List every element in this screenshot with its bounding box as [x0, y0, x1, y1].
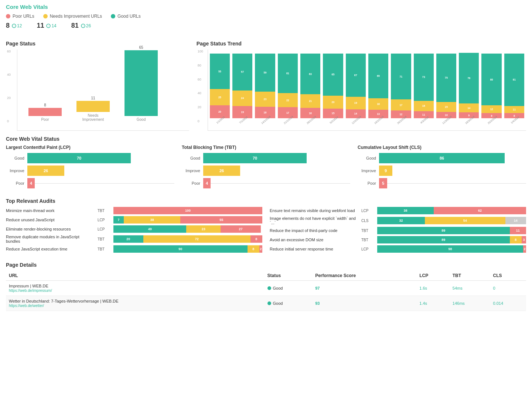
- audit-r3-seg2: 11: [510, 227, 526, 234]
- row2-url: Wetter in Deutschland: 7-Tages-Wettervor…: [6, 296, 265, 311]
- stat-needs-value: 11: [37, 22, 44, 30]
- stat-good: 81 ↑ 26: [71, 22, 91, 30]
- trend-bar-group: 811811/4/2024: [503, 54, 525, 122]
- audit-r4: Avoid an excessive DOM size TBT 89 8 3: [270, 236, 526, 243]
- audit-r1-metric: LCP: [361, 209, 374, 213]
- audit-3: Eliminate render-blocking resources LCP …: [6, 225, 262, 233]
- audit-5-seg2: 8: [248, 245, 259, 253]
- audit-r5-seg2: 2: [523, 245, 526, 253]
- cls-section: Cumulative Layout Shift (CLS) Good 86 Im…: [358, 145, 526, 191]
- row2-tbt: 146ms: [450, 296, 490, 311]
- row1-cls: 0: [490, 281, 526, 296]
- charts-section: Page Status 0204060 8 Poor 11 NeedsImpro…: [6, 35, 526, 131]
- vital-status-header: Core Web Vital Status: [6, 136, 526, 142]
- audit-5-seg1: 90: [113, 245, 248, 253]
- audit-3-seg2: 23: [186, 225, 221, 233]
- tbt-good-bar: 70: [203, 153, 307, 163]
- audit-3-seg3: 27: [221, 225, 261, 233]
- cls-good-label: Good: [358, 156, 376, 160]
- stat-poor: 8 ↑ 12: [6, 22, 22, 30]
- lcp-improve-label: Improve: [6, 168, 24, 173]
- lcp-poor-line: [35, 183, 174, 184]
- lcp-poor-label: Poor: [6, 181, 24, 185]
- table-header-row: URL Status Performance Score LCP TBT CLS: [6, 271, 526, 281]
- audit-3-track: 49 23 27: [113, 225, 262, 233]
- lcp-poor-row: Poor 4: [6, 178, 174, 188]
- tbt-poor-bar: 4: [203, 178, 211, 188]
- page-details-table: URL Status Performance Score LCP TBT CLS…: [6, 271, 526, 311]
- row2-lcp: 1.4s: [416, 296, 450, 311]
- audit-r5: Reduce initial server response time LCP …: [270, 245, 526, 253]
- tbt-improve-row: Improve 26: [182, 166, 350, 176]
- trend-bar-group: 2025551/1/2024: [209, 54, 231, 122]
- audit-5-name: Reduce JavaScript execution time: [6, 247, 95, 251]
- audit-4-track: 20 72 8: [113, 235, 262, 243]
- audit-r4-name: Avoid an excessive DOM size: [270, 238, 358, 242]
- col-url: URL: [6, 271, 265, 281]
- bar-poor: 8 Poor: [28, 103, 62, 122]
- audit-4-metric: TBT: [98, 237, 110, 241]
- row1-status-badge: Good: [267, 286, 310, 290]
- row1-status: Good: [265, 281, 313, 296]
- svg-text:↑: ↑: [13, 25, 15, 27]
- audit-r2-seg2: 54: [425, 217, 505, 224]
- audit-r4-seg1: 89: [377, 236, 510, 243]
- audit-r5-seg1: 98: [377, 245, 523, 253]
- trend-bar-group: 12177126/2/2024: [390, 54, 412, 122]
- trend-title: Page Status Trend: [197, 41, 526, 47]
- table-row: Impressum | WEB.DE https://web.de/impres…: [6, 281, 526, 296]
- cls-good-row: Good 86: [358, 153, 526, 163]
- tbt-improve-bar: 26: [203, 166, 240, 176]
- audit-2-metric: LCP: [98, 218, 110, 222]
- bar-good: 65 Good: [125, 45, 158, 122]
- tbt-poor-label: Poor: [182, 181, 200, 185]
- cls-improve-row: Improve 9: [358, 166, 526, 176]
- table-row: Wetter in Deutschland: 7-Tages-Wettervor…: [6, 296, 526, 311]
- needs-dot: [43, 14, 48, 18]
- cls-bars: Good 86 Improve 9 Poor 5: [358, 153, 526, 188]
- poor-label: Poor URLs: [13, 14, 34, 19]
- good-dot: [111, 14, 115, 18]
- trend-bar-group: 9147818/3/2024: [458, 53, 480, 122]
- trend-bar-group: 14196712/2/2024: [345, 54, 367, 122]
- trend-bars: 2025551/1/20241924577/1/202418235914/1/2…: [208, 50, 526, 122]
- row2-url-link[interactable]: https://web.de/wetter/: [9, 304, 44, 308]
- audit-r4-seg2: 8: [510, 236, 522, 243]
- trend-bar-group: 8128025/2/2024: [480, 54, 502, 122]
- audits-section: Minimize main-thread work TBT 100 Reduce…: [6, 207, 526, 255]
- cls-good-bar: 86: [379, 153, 505, 163]
- tbt-improve-label: Improve: [182, 168, 200, 173]
- audit-r4-seg3: 3: [522, 236, 526, 243]
- audit-r4-track: 89 8 3: [377, 236, 526, 243]
- row1-url-link[interactable]: https://web.de/impressum/: [9, 289, 52, 293]
- row1-status-text: Good: [273, 286, 283, 290]
- lcp-improve-bar: 26: [27, 166, 64, 176]
- cls-poor-bar: 5: [379, 178, 387, 188]
- row1-score: 97: [312, 281, 416, 296]
- cls-poor-line: [387, 183, 526, 184]
- trend-bar-group: 10157511/3/2024: [435, 54, 457, 122]
- lcp-good-bar: 70: [27, 153, 131, 163]
- audit-2: Reduce unused JavaScript LCP 7 38 55: [6, 216, 262, 224]
- row1-tbt: 54ms: [450, 281, 490, 296]
- row1-url: Impressum | WEB.DE https://web.de/impres…: [6, 281, 265, 296]
- row2-score: 93: [312, 296, 416, 311]
- lcp-improve-row: Improve 26: [6, 166, 174, 176]
- audit-1-name: Minimize main-thread work: [6, 208, 95, 213]
- audit-4-seg1: 20: [113, 235, 143, 243]
- tbt-section: Total Blocking Time (TBT) Good 70 Improv…: [182, 145, 350, 191]
- poor-dot: [6, 14, 10, 18]
- audit-r5-track: 98 2: [377, 245, 526, 253]
- trend-bar-group: 16216328/1/2024: [299, 54, 321, 122]
- row2-status-text: Good: [273, 301, 283, 306]
- audit-r1-seg1: 38: [377, 207, 434, 214]
- audit-4-seg2: 72: [143, 235, 250, 243]
- trend-bar-group: 1520655/2/2024: [322, 54, 344, 122]
- row1-status-dot: [267, 286, 271, 290]
- col-cls: CLS: [490, 271, 526, 281]
- tbt-good-label: Good: [182, 156, 200, 160]
- bar-needs: 11 NeedsImprovement: [76, 96, 110, 122]
- audit-r3-track: 89 11: [377, 227, 526, 234]
- audit-5: Reduce JavaScript execution time TBT 90 …: [6, 245, 262, 253]
- audit-r4-metric: TBT: [361, 238, 374, 242]
